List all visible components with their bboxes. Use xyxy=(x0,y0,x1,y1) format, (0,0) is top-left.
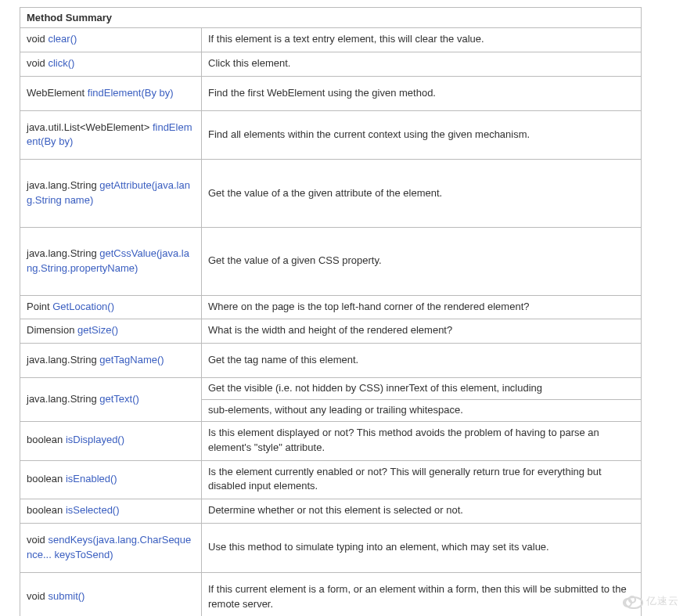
return-type: java.lang.String xyxy=(27,393,99,405)
table-row: Point GetLocation() Where on the page is… xyxy=(20,295,642,319)
return-type: java.lang.String xyxy=(27,247,99,259)
method-link-gettagname[interactable]: getTagName() xyxy=(99,354,164,366)
method-description: What is the width and height of the rend… xyxy=(202,319,642,344)
method-link-click[interactable]: click() xyxy=(48,57,74,69)
return-type: java.lang.String xyxy=(27,354,99,366)
return-type: void xyxy=(27,57,48,69)
return-type: void xyxy=(27,534,48,546)
method-description: Where on the page is the top left-hand c… xyxy=(202,295,642,319)
method-description: Use this method to simulate typing into … xyxy=(202,524,642,573)
return-type: void xyxy=(27,33,48,45)
return-type: Dimension xyxy=(27,324,77,336)
table-row: java.lang.String getAttribute(java.lang.… xyxy=(20,160,642,228)
table-row: void submit() If this current element is… xyxy=(20,572,642,616)
return-type: boolean xyxy=(27,434,66,445)
method-description: Is this element displayed or not? This m… xyxy=(202,421,642,460)
return-type: void xyxy=(27,590,48,602)
method-link-gettext[interactable]: getText() xyxy=(99,393,139,405)
method-link-getsize[interactable]: getSize() xyxy=(77,324,118,336)
method-description: If this element is a text entry element,… xyxy=(202,28,642,52)
table-row: java.lang.String getCssValue(java.lang.S… xyxy=(20,227,642,295)
method-summary-table: Method Summary void clear() If this elem… xyxy=(20,7,642,616)
method-description: If this current element is a form, or an… xyxy=(202,572,642,616)
method-description: Get the tag name of this element. xyxy=(202,344,642,378)
method-description: Is the element currently enabled or not?… xyxy=(202,460,642,499)
watermark-text: 亿速云 xyxy=(646,594,679,608)
table-row: void click() Click this element. xyxy=(20,52,642,76)
method-link-findelement[interactable]: findElement(By by) xyxy=(88,87,174,99)
cloud-icon xyxy=(620,593,645,609)
table-row: java.lang.String getTagName() Get the ta… xyxy=(20,344,642,378)
method-link-clear[interactable]: clear() xyxy=(48,33,77,45)
table-row: WebElement findElement(By by) Find the f… xyxy=(20,76,642,110)
method-link-getlocation[interactable]: GetLocation() xyxy=(52,301,114,312)
method-description: Get the visible (i.e. not hidden by CSS)… xyxy=(202,378,642,400)
table-row: java.lang.String getText() Get the visib… xyxy=(20,378,642,400)
table-row: void clear() If this element is a text e… xyxy=(20,28,642,52)
method-description: Get the value of a given CSS property. xyxy=(202,227,642,295)
method-description: Get the value of a the given attribute o… xyxy=(202,160,642,228)
table-row: boolean isSelected() Determine whether o… xyxy=(20,499,642,524)
method-description: Find all elements within the current con… xyxy=(202,110,642,160)
return-type: boolean xyxy=(27,473,66,485)
method-link-sendkeys[interactable]: sendKeys(java.lang.CharSequence... keysT… xyxy=(27,534,191,560)
method-description: Find the first WebElement using the give… xyxy=(202,76,642,110)
method-description: Click this element. xyxy=(202,52,642,76)
method-link-isdisplayed[interactable]: isDisplayed() xyxy=(66,434,124,445)
return-type: java.util.List<WebElement> xyxy=(27,121,153,133)
return-type: java.lang.String xyxy=(27,179,99,191)
table-row: Dimension getSize() What is the width an… xyxy=(20,319,642,344)
method-description: Determine whether or not this element is… xyxy=(202,499,642,524)
method-link-isenabled[interactable]: isEnabled() xyxy=(66,473,117,485)
table-row: java.util.List<WebElement> findElement(B… xyxy=(20,110,642,160)
table-header: Method Summary xyxy=(20,8,642,28)
method-description: sub-elements, without any leading or tra… xyxy=(202,399,642,421)
method-link-submit[interactable]: submit() xyxy=(48,590,85,602)
return-type: boolean xyxy=(27,504,66,516)
return-type: WebElement xyxy=(27,87,88,99)
watermark: 亿速云 xyxy=(620,593,679,609)
return-type: Point xyxy=(27,301,52,312)
table-row: boolean isDisplayed() Is this element di… xyxy=(20,421,642,460)
method-link-isselected[interactable]: isSelected() xyxy=(66,504,120,516)
table-row: boolean isEnabled() Is the element curre… xyxy=(20,460,642,499)
table-row: void sendKeys(java.lang.CharSequence... … xyxy=(20,524,642,573)
